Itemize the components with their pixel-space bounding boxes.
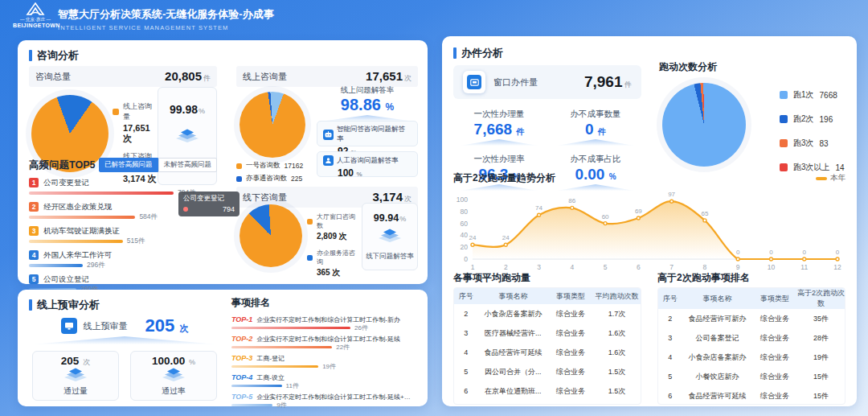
data-point[interactable]	[504, 243, 507, 246]
table-header-row: 序号事项名称事项类型高于2次跑动次数	[658, 288, 845, 309]
data-point-label: 60	[602, 213, 609, 220]
data-point-label: 0	[836, 249, 840, 256]
data-point[interactable]	[471, 243, 474, 246]
legend-value: 7668	[820, 91, 837, 100]
ranking-rank-label: TOP-5	[231, 393, 252, 401]
pass-count-value: 205 次	[61, 355, 90, 368]
ranking-title: 事项排名	[231, 296, 418, 310]
offline-consult-pie[interactable]	[240, 204, 302, 267]
data-point[interactable]	[769, 257, 772, 261]
table-row: 2小食杂店备案新办综合业务1.7次	[454, 304, 641, 323]
legend-value: 83	[820, 139, 829, 148]
ranking-item[interactable]: TOP-5企业实行不定时工作制和综合计算工时工作制-延续+新办9件	[231, 392, 418, 409]
tab-unanswered-questions[interactable]: 未解答高频问题	[158, 158, 218, 172]
data-point[interactable]	[571, 206, 574, 209]
legend-value: 365 次	[317, 267, 358, 278]
online-consult-pie[interactable]	[240, 92, 305, 158]
offline-answer-rate-card: 99.94% 线下问题解答率	[362, 203, 418, 270]
manual-answer-rate-card: 人工咨询问题解答率 100 %	[317, 151, 418, 177]
data-point[interactable]	[604, 222, 607, 225]
table-cell: 食品经营许可新办	[682, 309, 753, 328]
run-count-pie[interactable]	[662, 83, 746, 167]
pass-rate-value: 100.00 %	[152, 355, 195, 367]
ranking-item[interactable]: TOP-1企业实行不定时工作制和综合计算工时工作制-新办26件	[231, 315, 418, 332]
table-cell: 19件	[797, 348, 845, 367]
tab-answered-questions[interactable]: 已解答高频问题	[99, 158, 158, 172]
legend-chip	[780, 139, 788, 147]
trend-legend-item[interactable]: 本年	[816, 173, 845, 183]
ranking-item[interactable]: TOP-2企业实行不定时工作制和综合计算工时工作制-延续22件	[231, 334, 418, 351]
x-tick-label: 5	[604, 263, 608, 271]
table-cell: 4	[454, 343, 478, 362]
over2-run-table-title: 高于2次跑动事项排名	[657, 271, 750, 285]
top5-item-value: 515件	[127, 237, 145, 246]
manual-answer-rate-value: 100 %	[338, 167, 411, 179]
legend-value: 17162	[285, 162, 304, 170]
table-cell: 1.4次	[593, 401, 641, 405]
legend-item[interactable]: 亦企服务港咨询365 次	[307, 249, 358, 278]
legend-label: 跑2次	[793, 113, 814, 125]
data-point[interactable]	[736, 257, 739, 261]
online-consult-label: 线上咨询量	[243, 71, 287, 83]
table-header-cell: 事项类型	[752, 288, 797, 309]
ranking-bar	[231, 327, 350, 330]
y-tick-label: 100	[457, 196, 468, 204]
legend-value: 2,809 次	[317, 231, 358, 242]
table-cell: 综合业务	[548, 401, 593, 405]
table-row: 6食品经营许可延续综合业务15件	[658, 386, 845, 405]
logo-emblem-icon	[22, 2, 49, 17]
trend-legend-label: 本年	[830, 173, 845, 183]
table-cell: 7	[454, 401, 478, 405]
total-consult-value: 20,805件	[165, 69, 211, 84]
rank-badge: 2	[29, 202, 39, 212]
avg-run-table: 序号事项名称事项类型平均跑动次数2小食杂店备案新办综合业务1.7次3医疗器械经营…	[453, 287, 641, 405]
table-row: 5因公司合并（分...综合业务1.5次	[454, 362, 641, 381]
data-point[interactable]	[703, 219, 706, 222]
table-cell: 综合业务	[548, 362, 593, 381]
x-tick-label: 11	[800, 263, 808, 271]
table-cell: 综合业务	[752, 386, 797, 405]
legend-label: 大厅窗口咨询数	[317, 212, 358, 230]
x-tick-label: 10	[768, 263, 776, 271]
logo-en: BEIJINGETOWN	[13, 22, 58, 29]
x-tick-label: 4	[570, 263, 574, 271]
data-point[interactable]	[836, 257, 839, 261]
legend-item[interactable]: 大厅窗口咨询数2,809 次	[307, 212, 358, 242]
data-point[interactable]	[637, 216, 640, 220]
ranking-item[interactable]: TOP-4工商-设立11件	[231, 373, 418, 389]
legend-item[interactable]: 线上咨询量17,651 次	[113, 101, 158, 145]
ranking-item[interactable]: TOP-3工商-登记19件	[231, 353, 418, 370]
table-cell: 6	[454, 381, 478, 401]
legend-item[interactable]: 跑2次196	[780, 113, 845, 125]
table-row: 2食品经营许可新办综合业务35件	[658, 309, 845, 328]
title-bar	[29, 50, 32, 61]
table-cell: 15件	[797, 367, 845, 386]
legend-value: 225	[291, 175, 302, 183]
chart-tooltip: 公司变更登记 794	[178, 192, 240, 216]
data-point[interactable]	[803, 257, 806, 261]
table-header-cell: 高于2次跑动次数	[797, 288, 845, 309]
top5-item[interactable]: 3机动车驾驶证期满换证515件	[29, 225, 217, 245]
table-row: 5小餐饮店新办综合业务15件	[658, 367, 845, 386]
ranking-rank-label: TOP-1	[231, 315, 252, 323]
table-header-cell: 平均跑动次数	[593, 288, 641, 304]
legend-label: 亦企服务港咨询	[317, 249, 358, 266]
legend-item[interactable]: 跑3次83	[780, 138, 845, 149]
ranking-bar	[231, 385, 282, 388]
x-tick-label: 6	[637, 263, 641, 271]
data-point-label: 74	[535, 204, 542, 212]
table-cell: 因公司合并（分...	[478, 362, 549, 381]
data-point[interactable]	[670, 200, 674, 203]
top5-item[interactable]: 4外国人来华工作许可296件	[29, 249, 217, 270]
table-row: 7医疗器械经营许...综合业务1.4次	[454, 401, 641, 405]
table-row: 6在京单位通勤班...综合业务1.5次	[454, 381, 641, 401]
legend-value: 196	[820, 115, 833, 124]
data-point[interactable]	[538, 213, 541, 216]
trend-line-chart[interactable]: 0204060801002412427438646056969776580901…	[453, 188, 845, 275]
table-cell: 综合业务	[548, 304, 593, 323]
table-row: 3医疗器械经营许...综合业务1.6次	[454, 323, 641, 343]
top5-item-label: 外国人来华工作许可	[43, 250, 113, 261]
layered-diamond-icon	[376, 229, 403, 243]
table-cell: 综合业务	[752, 328, 797, 348]
legend-item[interactable]: 跑1次7668	[780, 89, 845, 101]
